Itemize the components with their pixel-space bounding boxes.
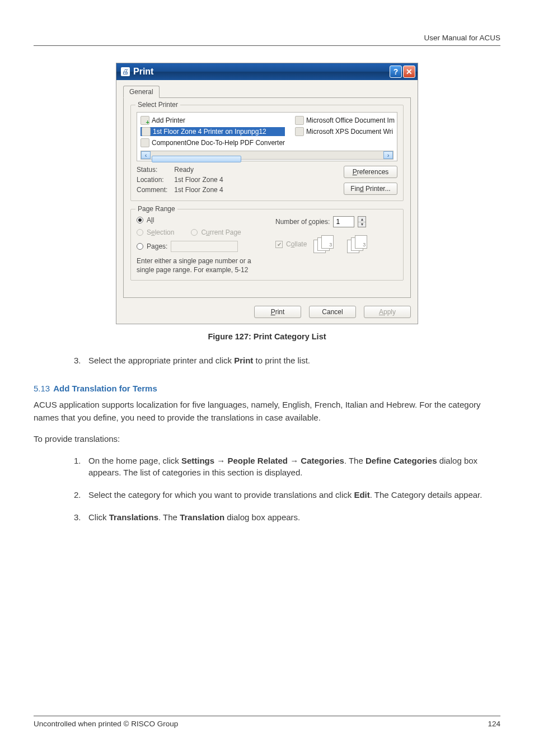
instruction-list-top: Select the appropriate printer and click…	[34, 354, 500, 367]
print-button[interactable]: Print	[254, 306, 301, 318]
page-range-hint: Enter either a single page number or a s…	[137, 256, 259, 274]
status-value: Ready	[174, 166, 223, 174]
help-button[interactable]: ?	[390, 66, 402, 78]
copies-input[interactable]	[333, 216, 354, 227]
printer-icon	[140, 138, 149, 147]
list-item: Select the appropriate printer and click…	[74, 354, 500, 367]
printer-item[interactable]: ComponentOne Doc-To-Help PDF Converter	[140, 138, 285, 147]
printer-item-add[interactable]: Add Printer	[140, 116, 285, 125]
printer-list-scrollbar[interactable]: ‹ ›	[140, 151, 394, 160]
collate-illustration: 1 2 3 1 2 3	[310, 234, 377, 254]
printer-item[interactable]: Microsoft XPS Document Wri	[295, 127, 395, 136]
group-page-range-legend: Page Range	[135, 205, 177, 213]
printer-item-label: 1st Floor Zone 4 Printer on Inpunpg12	[153, 128, 266, 136]
print-dialog: 🖨 Print ? ✕ General Select Printer	[116, 63, 418, 324]
printer-icon	[142, 127, 151, 136]
printer-item-label: Microsoft XPS Document Wri	[306, 128, 393, 136]
tab-panel: Select Printer Add Printer 1st Floo	[123, 97, 411, 298]
section-number: 5.13	[34, 384, 50, 393]
printer-item-label: ComponentOne Doc-To-Help PDF Converter	[152, 139, 285, 147]
apply-button: Apply	[364, 306, 411, 318]
collate-checkbox: ✔	[275, 241, 283, 248]
radio-pages-label: Pages:	[147, 242, 167, 250]
list-item: Click Translations. The Translation dial…	[74, 511, 500, 524]
location-label: Location:	[137, 176, 167, 184]
printer-icon	[295, 116, 304, 125]
radio-all-label: All	[147, 216, 154, 224]
page-footer: Uncontrolled when printed © RISCO Group …	[34, 716, 500, 728]
dialog-title: Print	[133, 67, 390, 77]
location-value: 1st Floor Zone 4	[174, 176, 223, 184]
copies-spinner[interactable]: ▲▼	[358, 216, 366, 227]
radio-current-page	[191, 229, 198, 236]
body-paragraph: ACUS application supports localization f…	[34, 399, 500, 424]
collate-label: Collate	[286, 240, 307, 248]
footer-left: Uncontrolled when printed © RISCO Group	[34, 720, 178, 728]
group-page-range: Page Range All Selection	[130, 209, 404, 281]
pages-input	[171, 241, 238, 252]
find-printer-button[interactable]: Find Printer...	[344, 183, 397, 195]
copies-label: Number of copies:	[275, 218, 330, 226]
figure-caption: Figure 127: Print Category List	[34, 332, 500, 341]
group-select-printer: Select Printer Add Printer 1st Floo	[130, 105, 404, 201]
close-button[interactable]: ✕	[403, 66, 415, 78]
comment-label: Comment:	[137, 186, 167, 194]
comment-value: 1st Floor Zone 4	[174, 186, 223, 194]
instruction-list: On the home page, click Settings → Peopl…	[34, 455, 500, 524]
section-title: Add Translation for Terms	[53, 384, 157, 393]
dialog-titlebar: 🖨 Print ? ✕	[116, 63, 418, 80]
footer-page-number: 124	[488, 720, 500, 728]
printer-icon	[295, 127, 304, 136]
list-item: On the home page, click Settings → Peopl…	[74, 455, 500, 479]
preferences-button[interactable]: Preferences	[344, 166, 397, 178]
body-paragraph: To provide translations:	[34, 433, 500, 446]
scroll-thumb[interactable]	[152, 156, 241, 162]
list-item: Select the category for which you want t…	[74, 489, 500, 501]
printer-icon: 🖨	[121, 67, 130, 76]
add-printer-icon	[140, 116, 149, 125]
printer-item-label: Microsoft Office Document Im	[306, 116, 395, 124]
printer-item-label: Add Printer	[152, 116, 185, 124]
status-label: Status:	[137, 166, 167, 174]
radio-current-page-label: Current Page	[201, 228, 241, 236]
section-heading: 5.13Add Translation for Terms	[34, 384, 500, 393]
page-header: User Manual for ACUS	[34, 34, 500, 46]
printer-item[interactable]: Microsoft Office Document Im	[295, 116, 395, 125]
printer-item-selected[interactable]: 1st Floor Zone 4 Printer on Inpunpg12	[140, 127, 285, 136]
radio-pages[interactable]	[137, 243, 143, 250]
scroll-left-button[interactable]: ‹	[141, 151, 151, 159]
cancel-button[interactable]: Cancel	[309, 306, 356, 318]
radio-selection-label: Selection	[147, 228, 174, 236]
group-select-printer-legend: Select Printer	[135, 101, 180, 109]
scroll-right-button[interactable]: ›	[383, 151, 393, 159]
radio-all[interactable]	[137, 217, 143, 223]
tab-general[interactable]: General	[123, 86, 160, 98]
radio-selection	[137, 229, 143, 236]
printer-list[interactable]: Add Printer 1st Floor Zone 4 Printer on …	[137, 112, 397, 161]
